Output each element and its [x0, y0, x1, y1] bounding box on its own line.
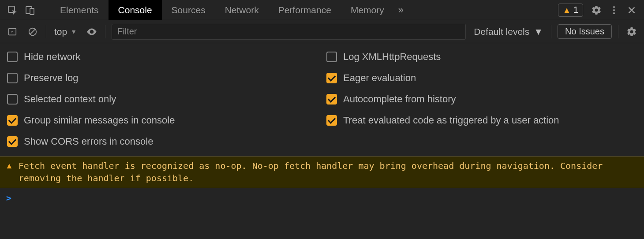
console-message-warning[interactable]: ▲ Fetch event handler is recognized as n… — [0, 157, 644, 188]
kebab-menu-icon[interactable] — [605, 0, 623, 20]
checkbox[interactable] — [7, 73, 18, 83]
toolbar-divider — [551, 25, 551, 38]
inspect-element-icon[interactable] — [4, 0, 21, 20]
tab-sources[interactable]: Sources — [162, 0, 215, 20]
console-settings-gear-icon[interactable] — [625, 25, 639, 39]
setting-label: Log XMLHttpRequests — [343, 51, 441, 63]
console-prompt[interactable]: > — [0, 188, 644, 208]
svg-rect-2 — [30, 8, 34, 15]
setting-label: Treat evaluated code as triggered by a u… — [343, 115, 559, 126]
device-toggle-icon[interactable] — [21, 0, 39, 20]
checkbox[interactable] — [7, 94, 18, 105]
checkbox[interactable] — [326, 94, 337, 105]
warning-count-badge[interactable]: ▲ 1 — [558, 4, 583, 17]
setting-label: Hide network — [24, 51, 80, 63]
warning-triangle-icon: ▲ — [563, 6, 571, 14]
execution-context-select[interactable]: top ▼ — [52, 26, 79, 37]
setting-log-xhr[interactable]: Log XMLHttpRequests — [326, 51, 637, 63]
message-text: Fetch event handler is recognized as no-… — [19, 160, 639, 184]
checkbox[interactable] — [7, 115, 18, 126]
svg-point-5 — [613, 12, 615, 14]
setting-user-activation[interactable]: Treat evaluated code as triggered by a u… — [326, 115, 637, 126]
issues-button[interactable]: No Issues — [558, 24, 612, 39]
toolbar-divider — [46, 25, 46, 38]
toolbar-divider — [618, 25, 618, 38]
tab-memory[interactable]: Memory — [341, 0, 394, 20]
context-label: top — [54, 26, 67, 37]
clear-console-icon[interactable] — [26, 25, 40, 39]
checkbox[interactable] — [326, 73, 337, 83]
checkbox[interactable] — [326, 52, 337, 62]
close-devtools-icon[interactable] — [623, 0, 640, 20]
setting-label: Eager evaluation — [343, 72, 416, 84]
tab-network[interactable]: Network — [215, 0, 269, 20]
checkbox[interactable] — [7, 136, 18, 147]
log-levels-select[interactable]: Default levels ▼ — [472, 26, 545, 37]
svg-point-8 — [91, 30, 93, 32]
setting-label: Group similar messages in console — [24, 115, 175, 126]
live-expression-icon[interactable] — [85, 25, 99, 39]
setting-selected-context[interactable]: Selected context only — [7, 93, 318, 105]
more-tabs-icon[interactable]: » — [394, 4, 408, 16]
setting-hide-network[interactable]: Hide network — [7, 51, 318, 63]
checkbox[interactable] — [326, 115, 337, 126]
chevron-down-icon: ▼ — [534, 26, 543, 37]
warning-triangle-icon: ▲ — [5, 160, 13, 172]
setting-cors-errors[interactable]: Show CORS errors in console — [7, 136, 318, 147]
setting-label: Preserve log — [24, 72, 79, 84]
console-toolbar: top ▼ Default levels ▼ No Issues — [0, 20, 644, 43]
devtools-tabstrip: Elements Console Sources Network Perform… — [0, 0, 644, 20]
tab-performance[interactable]: Performance — [269, 0, 341, 20]
setting-autocomplete-history[interactable]: Autocomplete from history — [326, 93, 637, 105]
filter-input[interactable] — [112, 24, 466, 40]
console-settings-panel: Hide network Log XMLHttpRequests Preserv… — [0, 43, 644, 157]
checkbox[interactable] — [7, 52, 18, 62]
tab-console[interactable]: Console — [109, 0, 162, 20]
tab-elements[interactable]: Elements — [50, 0, 109, 20]
toggle-sidebar-icon[interactable] — [5, 25, 19, 39]
setting-label: Show CORS errors in console — [24, 136, 153, 147]
svg-point-4 — [613, 9, 615, 11]
settings-gear-icon[interactable] — [588, 0, 605, 20]
svg-point-3 — [613, 6, 615, 8]
setting-preserve-log[interactable]: Preserve log — [7, 72, 318, 84]
warning-count: 1 — [573, 5, 578, 15]
setting-label: Selected context only — [24, 93, 116, 105]
prompt-caret-icon: > — [6, 193, 11, 203]
setting-eager-eval[interactable]: Eager evaluation — [326, 72, 637, 84]
chevron-down-icon: ▼ — [71, 28, 77, 35]
setting-group-similar[interactable]: Group similar messages in console — [7, 115, 318, 126]
levels-label: Default levels — [474, 26, 529, 37]
toolbar-divider — [105, 25, 105, 38]
setting-label: Autocomplete from history — [343, 93, 456, 105]
